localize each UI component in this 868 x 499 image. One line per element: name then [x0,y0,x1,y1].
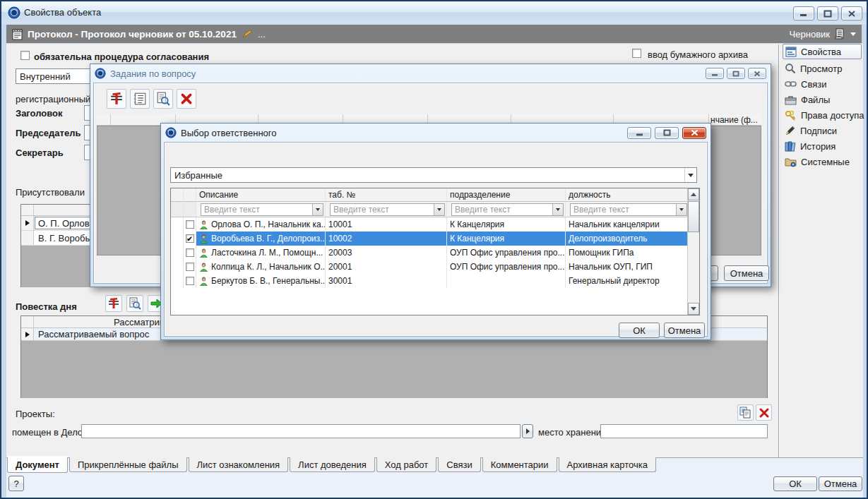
table-row-selected[interactable]: ✔ Воробьева В. Г., Делопроиз... 10002 К … [171,232,689,246]
picker-ok-button[interactable]: ОК [619,323,660,338]
sidebar-item-history[interactable]: История [783,138,864,154]
storage-input[interactable] [600,424,768,438]
scroll-up-button[interactable] [688,188,699,200]
tab-label: Связи [446,459,472,470]
sidebar-item-system[interactable]: Системные [783,154,864,169]
tab-archive-card[interactable]: Архивная карточка [559,457,656,472]
filed-expand-button[interactable] [522,424,533,438]
sidebar-item-links[interactable]: Связи [783,76,864,92]
column-header[interactable]: подразделение [450,190,510,200]
agenda-preview-button[interactable] [126,295,143,312]
sidebar-item-signatures[interactable]: Подписи [783,123,864,138]
filter-position-combo[interactable]: Введите текст [570,203,687,216]
tab-links[interactable]: Связи [438,457,480,472]
maximize-button[interactable] [817,6,838,20]
help-button[interactable]: ? [8,476,24,491]
tasks-filter-button[interactable] [107,89,126,109]
table-scrollbar[interactable] [687,188,699,315]
sidebar-item-files[interactable]: Файлы [783,92,864,107]
sidebar-item-properties[interactable]: Свойства [783,44,862,59]
filter-placeholder: Введите текст [204,205,260,215]
maximize-button[interactable] [727,68,745,79]
document-title: Протокол - Протокол черновик от 05.10.20… [28,29,237,40]
minimize-button[interactable] [793,6,814,20]
close-button[interactable] [682,127,706,139]
filter-row: Введите текст Введите текст Введите текс… [171,202,689,217]
row-checkbox[interactable]: ✔ [186,234,194,243]
filter-department-combo[interactable]: Введите текст [451,203,564,216]
paper-archive-label: ввод бумажного архива [648,49,748,60]
row-checkbox[interactable] [186,277,194,285]
storage-label: место хранения [538,427,606,438]
filter-name-combo[interactable]: Введите текст [201,203,323,216]
tab-label: Комментарии [491,459,549,470]
chevron-down-icon[interactable] [552,204,563,215]
attendees-label: Присутствовали [16,187,85,198]
chairman-field-label: Председатель [16,128,81,138]
person-icon [199,277,208,286]
picker-dialog-title: Выбор ответственного [181,128,277,138]
person-tabno: 20003 [328,248,352,258]
paper-archive-checkbox[interactable] [632,49,641,58]
list-icon [133,92,147,106]
table-row[interactable]: Ласточкина Л. М., Помощн... 20003 ОУП Оф… [171,246,689,260]
table-row[interactable]: Беркутов Б. В., Генеральны... 30001 Гене… [171,274,689,288]
favorites-value: Избранные [174,170,222,181]
column-header[interactable]: таб. № [328,190,355,200]
table-row[interactable]: Колпица К. Л., Начальник О... 20001 ОУП … [171,260,689,274]
person-icon [199,220,208,229]
close-button[interactable] [841,6,862,20]
scroll-thumb[interactable] [688,201,699,232]
person-name: Ласточкина Л. М., Помощн... [211,248,323,258]
person-name: Воробьева В. Г., Делопроиз... [211,234,326,244]
tab-attached-files[interactable]: Прикреплённые файлы [69,457,187,472]
chevron-down-icon[interactable] [312,204,323,215]
tasks-dialog-titlebar: Задания по вопросу [90,64,771,83]
row-checkbox[interactable] [186,220,194,229]
agenda-filter-button[interactable] [105,295,122,312]
minimize-button[interactable] [706,68,724,79]
minimize-button[interactable] [627,127,651,139]
maximize-button[interactable] [655,127,679,139]
filed-input[interactable] [81,424,521,438]
cancel-button[interactable]: Отмена [819,476,862,491]
tasks-delete-button[interactable] [177,89,196,109]
picker-cancel-button[interactable]: Отмена [664,323,705,338]
tab-familiarization-sheet[interactable]: Лист ознакомления [189,457,289,472]
chevron-down-icon[interactable] [676,204,686,215]
sidebar-item-preview[interactable]: Просмотр [783,61,864,76]
row-checkbox[interactable] [186,263,194,271]
close-button[interactable] [748,68,766,79]
filter-tabno-combo[interactable]: Введите текст [330,203,445,216]
properties-icon [785,47,797,57]
approval-checkbox[interactable] [20,51,30,60]
ok-button[interactable]: ОК [773,476,817,491]
column-header[interactable]: Описание [199,190,238,200]
tab-comments[interactable]: Комментарии [482,457,557,472]
table-row[interactable]: Орлова О. П., Начальник ка... 10001 К Ка… [171,217,689,232]
edit-pencil-icon[interactable] [242,29,253,39]
cancel-label: Отмена [824,479,857,489]
tab-label: Лист ознакомления [197,459,280,470]
tasks-cancel-button[interactable]: Отмена [724,265,769,281]
row-checkbox[interactable] [186,248,194,257]
tab-label: Прикреплённые файлы [78,459,179,470]
sidebar-item-access-rights[interactable]: Права доступа [783,107,864,123]
title-field-label: Заголовок [16,108,63,119]
column-header[interactable]: должность [569,190,611,200]
tasks-dialog-title: Задания по вопросу [110,68,196,79]
chevron-down-icon[interactable] [434,204,444,215]
doc-type-value: Внутренний [20,71,71,82]
status-dropdown-icon[interactable] [850,32,856,36]
tasks-preview-button[interactable] [153,89,173,109]
tasks-card-button[interactable] [130,89,150,109]
favorites-combobox[interactable]: Избранные [170,167,697,183]
copy-document-button[interactable] [737,404,754,421]
tab-work-progress[interactable]: Ход работ [376,457,436,472]
scroll-down-button[interactable] [688,303,699,315]
clear-project-button[interactable] [756,404,772,421]
document-header-bar: Протокол - Протокол черновик от 05.10.20… [6,25,862,43]
tab-document[interactable]: Документ [7,457,68,473]
tab-delivery-sheet[interactable]: Лист доведения [290,457,375,472]
tab-label: Архивная карточка [567,459,648,470]
